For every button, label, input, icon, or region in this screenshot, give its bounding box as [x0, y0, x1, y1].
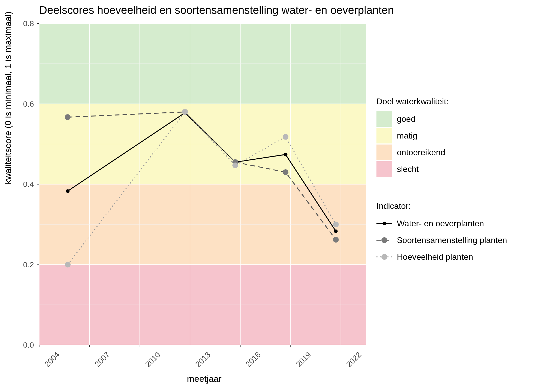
legend-swatch [376, 128, 392, 143]
svg-point-1 [382, 222, 386, 225]
chart-root: Deelscores hoeveelheid en soortensamenst… [0, 0, 549, 392]
x-tick-label: 2007 [93, 350, 112, 369]
x-tick-mark [39, 345, 39, 347]
y-tick-label: 0.0 [8, 341, 34, 349]
legend-series-label: Hoeveelheid planten [397, 252, 473, 262]
series-point [232, 163, 238, 168]
y-tick-label: 0.6 [8, 100, 34, 108]
series-point [65, 262, 71, 268]
y-tick-mark [37, 264, 39, 265]
legend-swatch [376, 161, 392, 177]
legend-series-label: Soortensamenstelling planten [397, 235, 507, 245]
legend-band-item: ontoereikend [376, 145, 449, 160]
x-tick-mark [190, 345, 190, 347]
legend-series-item: Hoeveelheid planten [376, 249, 507, 265]
legend-series-label: Water- en oeverplanten [397, 219, 484, 228]
x-tick-mark [89, 345, 90, 347]
legend-band-item: slecht [376, 161, 449, 177]
series-point [283, 169, 288, 175]
y-tick-label: 0.2 [8, 260, 34, 269]
plot-svg [39, 24, 366, 345]
legend-band-label: goed [397, 114, 415, 124]
legend-series-item: Soortensamenstelling planten [376, 232, 507, 248]
legend-series-item: Water- en oeverplanten [376, 216, 507, 231]
legend-swatch [376, 145, 392, 160]
legend-bands-title: Doel waterkwaliteit: [376, 97, 449, 106]
legend-series: Indicator: Water- en oeverplantenSoorten… [376, 201, 507, 266]
series-point [182, 109, 188, 115]
y-tick-label: 0.4 [8, 180, 34, 189]
y-tick-mark [37, 184, 39, 185]
chart-title: Deelscores hoeveelheid en soortensamenst… [39, 4, 394, 16]
x-tick-mark [240, 345, 241, 347]
series-point [283, 134, 288, 140]
series-point [66, 189, 70, 193]
x-tick-mark [341, 345, 341, 347]
legend-band-item: matig [376, 128, 449, 143]
legend-series-swatch [376, 235, 392, 245]
y-tick-mark [37, 23, 39, 24]
series-point [333, 237, 339, 243]
x-tick-mark [140, 345, 140, 347]
y-tick-label: 0.8 [8, 19, 34, 28]
legend-band-label: matig [397, 131, 417, 141]
series-point [284, 153, 287, 156]
series-point [334, 229, 338, 233]
series-point [65, 114, 71, 120]
legend-series-swatch [376, 218, 392, 229]
x-tick-label: 2013 [193, 350, 212, 369]
legend-band-label: slecht [397, 164, 419, 174]
plot-area [39, 24, 366, 345]
legend-band-label: ontoereikend [397, 148, 445, 157]
x-tick-label: 2016 [244, 350, 262, 369]
svg-point-3 [381, 237, 387, 243]
x-tick-mark [290, 345, 291, 347]
legend-series-swatch [376, 252, 392, 262]
legend-bands: Doel waterkwaliteit: goedmatigontoereike… [376, 97, 449, 178]
x-tick-label: 2004 [43, 350, 61, 369]
svg-point-5 [381, 254, 387, 260]
x-tick-label: 2022 [344, 350, 363, 369]
legend-band-item: goed [376, 111, 449, 127]
y-tick-mark [37, 104, 39, 104]
y-axis-label: kwaliteitscore (0 is minimaal, 1 is maxi… [3, 11, 13, 184]
x-axis-label: meetjaar [187, 374, 221, 384]
legend-swatch [376, 111, 392, 127]
x-tick-label: 2019 [294, 350, 313, 369]
series-point [333, 222, 339, 227]
x-tick-label: 2010 [143, 350, 162, 369]
legend-series-title: Indicator: [376, 201, 507, 211]
